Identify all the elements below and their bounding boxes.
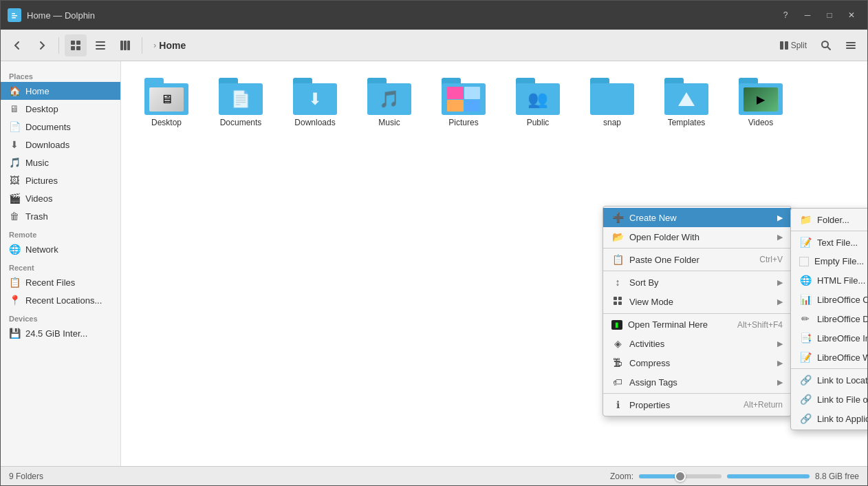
- file-item-videos[interactable]: ▶ Videos: [726, 72, 795, 134]
- context-menu-activities[interactable]: ◈ Activities ▶: [603, 334, 791, 353]
- view-icons-button[interactable]: [65, 34, 87, 56]
- recent-label: Recent: [1, 258, 120, 273]
- submenu-html-file[interactable]: 🌐 HTML File...: [791, 271, 867, 290]
- view-list-button[interactable]: [89, 34, 111, 56]
- context-menu-terminal[interactable]: ▮ Open Terminal Here Alt+Shift+F4: [603, 315, 791, 334]
- sidebar-item-documents[interactable]: 📄 Documents: [1, 118, 120, 136]
- submenu-link-file[interactable]: 🔗 Link to File or Directory...: [791, 390, 867, 409]
- submenu-calc[interactable]: 📊 LibreOffice Calc ...: [791, 290, 867, 309]
- submenu-writer[interactable]: 📝 LibreOffice Writer ...: [791, 348, 867, 367]
- sidebar-item-downloads-label: Downloads: [25, 140, 69, 150]
- submenu-folder[interactable]: 📁 Folder... F10: [791, 210, 867, 229]
- places-label: Places: [1, 67, 120, 82]
- sidebar-item-music[interactable]: 🎵 Music: [1, 154, 120, 171]
- sidebar-item-network[interactable]: 🌐 Network: [1, 240, 120, 258]
- context-menu-open-folder-with[interactable]: 📂 Open Folder With ▶: [603, 227, 791, 246]
- view-columns-button[interactable]: [114, 34, 136, 56]
- sidebar-item-home-label: Home: [25, 86, 50, 96]
- svg-rect-8: [96, 41, 105, 43]
- sidebar-item-network-label: Network: [25, 244, 58, 255]
- file-name-downloads: Downloads: [294, 118, 335, 129]
- ctx-sep-1: [603, 248, 791, 249]
- close-button[interactable]: ✕: [843, 6, 860, 24]
- submenu-empty-file[interactable]: Empty File...: [791, 252, 867, 271]
- context-menu: ➕ Create New ▶ 📁 Folder... F10 📝 T: [603, 206, 792, 416]
- tags-label: Assign Tags: [629, 377, 769, 388]
- terminal-icon: ▮: [611, 320, 622, 330]
- file-item-snap[interactable]: snap: [578, 72, 647, 134]
- recent-files-icon: 📋: [9, 277, 20, 288]
- help-button[interactable]: ?: [777, 6, 794, 24]
- drive-icon: 💾: [9, 328, 20, 339]
- submenu: 📁 Folder... F10 📝 Text File... Empty Fil…: [790, 208, 867, 430]
- sidebar-item-home[interactable]: 🏠 Home: [1, 82, 120, 100]
- split-button[interactable]: Split: [774, 34, 812, 56]
- file-item-templates[interactable]: Templates: [652, 72, 721, 134]
- hamburger-menu-button[interactable]: [840, 34, 862, 56]
- file-item-public[interactable]: 👥 Public: [503, 72, 572, 134]
- submenu-link-location[interactable]: 🔗 Link to Location (URL)...: [791, 370, 867, 390]
- app-icon: [8, 8, 21, 22]
- submenu-impress[interactable]: 📑 LibreOffice Impress ...: [791, 328, 867, 348]
- context-menu-assign-tags[interactable]: 🏷 Assign Tags ▶: [603, 372, 791, 392]
- context-menu-view-mode[interactable]: View Mode ▶: [603, 292, 791, 312]
- svg-rect-3: [12, 17, 16, 19]
- view-mode-icon: [611, 296, 624, 308]
- context-menu-compress[interactable]: 🗜 Compress ▶: [603, 353, 791, 372]
- sidebar-item-trash[interactable]: 🗑 Trash: [1, 207, 120, 225]
- sidebar-item-recent-files[interactable]: 📋 Recent Files: [1, 273, 120, 291]
- sidebar-item-pictures[interactable]: 🖼 Pictures: [1, 171, 120, 189]
- submenu-draw-label: LibreOffice Draw ...: [817, 314, 867, 324]
- forward-button[interactable]: [31, 34, 53, 56]
- sidebar-item-trash-label: Trash: [25, 211, 48, 222]
- submenu-link-application[interactable]: 🔗 Link to Application...: [791, 409, 867, 428]
- svg-rect-7: [76, 46, 80, 50]
- toolbar: › Home Split: [1, 30, 867, 61]
- file-item-downloads[interactable]: ⬇ Downloads: [281, 72, 349, 134]
- submenu-text-file[interactable]: 📝 Text File...: [791, 233, 867, 252]
- zoom-bar-right: [727, 474, 810, 478]
- window-title: Home — Dolphin: [27, 10, 95, 21]
- draw-icon: ✏: [799, 313, 812, 324]
- window: Home — Dolphin ? ─ □ ✕ › Home: [0, 0, 868, 486]
- file-area: 🖥 Desktop 📄 Documen: [121, 61, 867, 466]
- file-name-snap: snap: [603, 118, 621, 129]
- context-menu-paste[interactable]: 📋 Paste One Folder Ctrl+V: [603, 250, 791, 269]
- downloads-icon: ⬇: [9, 139, 20, 150]
- sidebar-item-drive[interactable]: 💾 24.5 GiB Inter...: [1, 324, 120, 342]
- context-menu-create-new[interactable]: ➕ Create New ▶ 📁 Folder... F10 📝 T: [603, 208, 791, 227]
- minimize-button[interactable]: ─: [799, 6, 816, 24]
- submenu-draw[interactable]: ✏ LibreOffice Draw ...: [791, 309, 867, 328]
- maximize-button[interactable]: □: [821, 6, 838, 24]
- svg-rect-19: [846, 45, 856, 46]
- compress-arrow: ▶: [777, 359, 783, 368]
- submenu-impress-label: LibreOffice Impress ...: [817, 333, 867, 344]
- file-item-desktop[interactable]: 🖥 Desktop: [132, 72, 201, 134]
- submenu-sep-2: [791, 368, 867, 369]
- context-menu-sort-by[interactable]: ↕ Sort By ▶: [603, 273, 791, 292]
- file-item-documents[interactable]: 📄 Documents: [206, 72, 275, 134]
- context-menu-properties[interactable]: ℹ Properties Alt+Return: [603, 395, 791, 414]
- folder-icon-templates: [664, 78, 708, 115]
- devices-label: Devices: [1, 309, 120, 324]
- file-item-music[interactable]: 🎵 Music: [355, 72, 424, 134]
- sidebar-item-recent-locations[interactable]: 📍 Recent Locations...: [1, 291, 120, 309]
- activities-icon: ◈: [611, 338, 624, 349]
- paste-shortcut: Ctrl+V: [759, 255, 783, 264]
- sidebar-item-desktop-label: Desktop: [25, 104, 58, 114]
- search-button[interactable]: [815, 34, 837, 56]
- zoom-track[interactable]: [639, 474, 721, 478]
- file-name-desktop: Desktop: [151, 118, 182, 129]
- submenu-folder-label: Folder...: [817, 215, 849, 225]
- svg-marker-21: [678, 92, 695, 106]
- back-button[interactable]: [6, 34, 28, 56]
- sidebar-item-drive-label: 24.5 GiB Inter...: [25, 328, 87, 339]
- file-item-pictures[interactable]: Pictures: [429, 72, 498, 134]
- sidebar-item-desktop[interactable]: 🖥 Desktop: [1, 100, 120, 118]
- file-name-documents: Documents: [220, 118, 262, 129]
- svg-rect-1: [12, 13, 15, 14]
- open-folder-label: Open Folder With: [629, 232, 769, 242]
- folder-icon-music: 🎵: [367, 78, 411, 115]
- sidebar-item-videos[interactable]: 🎬 Videos: [1, 189, 120, 207]
- sidebar-item-downloads[interactable]: ⬇ Downloads: [1, 136, 120, 154]
